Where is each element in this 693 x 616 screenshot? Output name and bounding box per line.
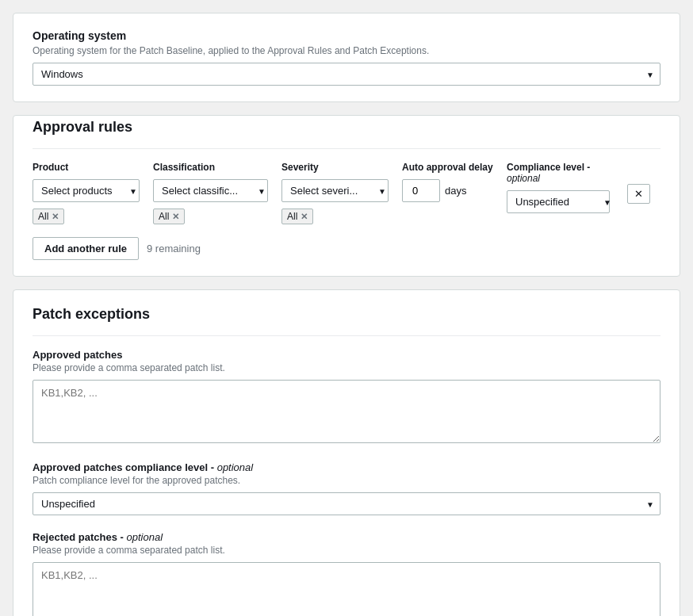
product-select-wrapper: Select products All ▼	[33, 179, 144, 202]
product-select[interactable]: Select products All	[33, 179, 140, 202]
approved-compliance-label: Approved patches compliance level - opti…	[33, 461, 660, 473]
classification-select-wrapper: Select classific... All ▼	[153, 179, 272, 202]
severity-col-header: Severity	[281, 162, 392, 173]
rejected-patches-label: Rejected patches - optional	[33, 531, 660, 543]
product-tag-all-remove[interactable]: ✕	[52, 212, 59, 222]
severity-tag-all-label: All	[287, 211, 297, 222]
compliance-column: Compliance level - optional Unspecified …	[507, 162, 618, 213]
product-tags: All ✕	[33, 209, 144, 224]
approved-compliance-desc: Patch compliance level for the approved …	[33, 475, 660, 486]
remove-column: ✕	[627, 162, 656, 204]
auto-approval-col-header: Auto approval delay	[402, 162, 497, 173]
approved-patches-desc: Please provide a comma separated patch l…	[33, 362, 660, 373]
severity-tag-all: All ✕	[281, 209, 313, 224]
compliance-col-header: Compliance level - optional	[507, 162, 618, 184]
approved-compliance-select-wrapper: Unspecified Critical High Medium Low Inf…	[33, 492, 660, 515]
product-column: Product Select products All ▼ All ✕	[33, 162, 144, 224]
auto-approval-input-row: days	[402, 179, 497, 202]
rule-row: Product Select products All ▼ All ✕ Clas…	[33, 162, 660, 224]
approved-patches-textarea[interactable]	[33, 380, 660, 443]
classification-tag-all-label: All	[159, 211, 169, 222]
remove-rule-button[interactable]: ✕	[627, 184, 650, 204]
classification-tag-all-remove[interactable]: ✕	[172, 212, 179, 222]
severity-select-wrapper: Select severi... All ▼	[281, 179, 392, 202]
classification-tag-all: All ✕	[153, 209, 185, 224]
os-select[interactable]: Windows AmazonLinux AmazonLinux2 CentOS …	[33, 63, 660, 86]
rejected-patches-group: Rejected patches - optional Please provi…	[33, 531, 660, 616]
approved-compliance-group: Approved patches compliance level - opti…	[33, 461, 660, 515]
auto-approval-column: Auto approval delay days	[402, 162, 497, 202]
approval-rules-section: Approval rules Product Select products A…	[13, 115, 680, 277]
rejected-patches-desc: Please provide a comma separated patch l…	[33, 545, 660, 556]
add-rule-row: Add another rule 9 remaining	[33, 237, 660, 260]
approval-rules-divider	[33, 148, 660, 149]
os-description: Operating system for the Patch Baseline,…	[33, 45, 660, 56]
patch-exceptions-divider	[33, 335, 660, 336]
os-label: Operating system	[33, 29, 660, 42]
os-select-wrapper: Windows AmazonLinux AmazonLinux2 CentOS …	[33, 63, 660, 86]
days-label: days	[445, 185, 466, 197]
product-tag-all-label: All	[38, 211, 48, 222]
compliance-select-wrapper: Unspecified Critical High Medium Low Inf…	[507, 190, 618, 213]
approved-patches-label: Approved patches	[33, 349, 660, 361]
auto-approval-input[interactable]	[402, 179, 440, 202]
classification-tags: All ✕	[153, 209, 272, 224]
classification-column: Classification Select classific... All ▼…	[153, 162, 272, 224]
add-another-rule-button[interactable]: Add another rule	[33, 237, 139, 260]
approved-compliance-select[interactable]: Unspecified Critical High Medium Low Inf…	[33, 492, 660, 515]
rejected-patches-textarea[interactable]	[33, 562, 660, 616]
product-col-header: Product	[33, 162, 144, 173]
severity-tag-all-remove[interactable]: ✕	[301, 212, 308, 222]
severity-tags: All ✕	[281, 209, 392, 224]
classification-select[interactable]: Select classific... All	[153, 179, 268, 202]
classification-col-header: Classification	[153, 162, 272, 173]
severity-select[interactable]: Select severi... All	[281, 179, 389, 202]
severity-column: Severity Select severi... All ▼ All ✕	[281, 162, 392, 224]
patch-exceptions-section: Patch exceptions Approved patches Please…	[13, 289, 680, 616]
product-tag-all: All ✕	[33, 209, 64, 224]
patch-exceptions-title: Patch exceptions	[33, 306, 660, 323]
remaining-text: 9 remaining	[147, 243, 201, 254]
approval-rules-title: Approval rules	[33, 119, 660, 136]
approved-patches-group: Approved patches Please provide a comma …	[33, 349, 660, 446]
compliance-select[interactable]: Unspecified Critical High Medium Low Inf…	[507, 190, 610, 213]
operating-system-section: Operating system Operating system for th…	[13, 13, 680, 102]
